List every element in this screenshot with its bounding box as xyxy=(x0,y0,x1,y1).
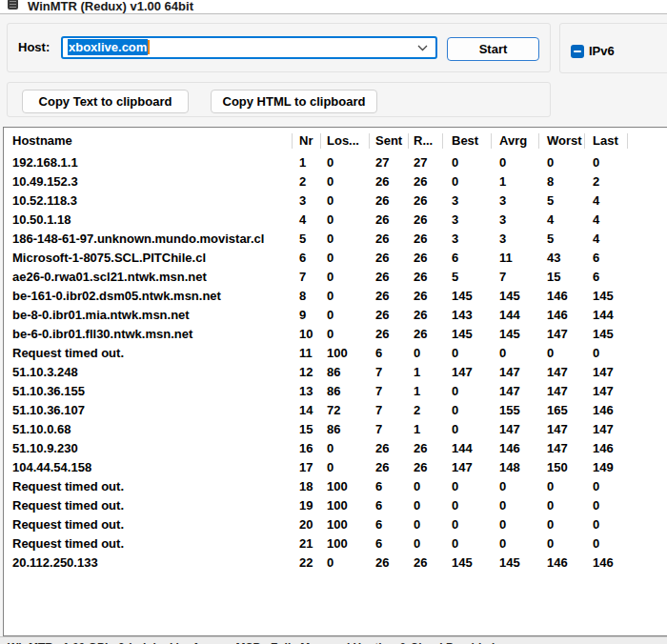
metric-cell: 0 xyxy=(452,534,458,553)
hostname-cell: 20.112.250.133 xyxy=(12,553,98,573)
metric-cell: 13 xyxy=(299,382,313,401)
metric-cell: 3 xyxy=(452,211,458,230)
table-row[interactable]: Request timed out.20100600000 xyxy=(4,515,667,534)
chevron-down-icon[interactable] xyxy=(417,45,428,51)
column-header-best[interactable]: Best xyxy=(452,128,478,153)
column-header-last[interactable]: Last xyxy=(593,128,618,153)
hostname-cell: be-8-0.ibr01.mia.ntwk.msn.net xyxy=(12,306,190,325)
table-row[interactable]: Microsoft-1-8075.SCL.PITChile.cl60262661… xyxy=(4,249,667,268)
metric-cell: 147 xyxy=(593,420,614,439)
column-header-hostname[interactable]: Hostname xyxy=(12,128,72,153)
copy-text-button[interactable]: Copy Text to clipboard xyxy=(22,90,189,113)
metric-cell: 3 xyxy=(499,191,506,211)
column-header-los[interactable]: Los... xyxy=(327,128,359,153)
copy-html-button[interactable]: Copy HTML to clipboard xyxy=(211,90,377,113)
table-row[interactable]: 51.10.36.1551386710147147147 xyxy=(4,382,667,401)
metric-cell: 0 xyxy=(593,515,599,534)
metric-cell: 0 xyxy=(327,268,334,287)
table-row[interactable]: 51.10.0.681586710147147147 xyxy=(4,420,667,439)
column-header-nr[interactable]: Nr xyxy=(299,128,313,153)
metric-cell: 0 xyxy=(327,191,334,211)
metric-cell: 100 xyxy=(327,515,348,534)
metric-cell: 147 xyxy=(547,325,568,344)
metric-cell: 6 xyxy=(299,249,306,268)
table-row[interactable]: 10.52.118.33026263354 xyxy=(4,191,667,211)
table-row[interactable]: Request timed out.18100600000 xyxy=(4,477,667,496)
table-row[interactable]: 10.50.1.184026263344 xyxy=(4,211,667,230)
metric-cell: 0 xyxy=(499,515,506,534)
metric-cell: 0 xyxy=(327,172,334,191)
table-row[interactable]: ae26-0.rwa01.scl21.ntwk.msn.net702626571… xyxy=(4,268,667,287)
column-header-avrg[interactable]: Avrg xyxy=(499,128,527,153)
metric-cell: 0 xyxy=(452,420,458,439)
metric-cell: 4 xyxy=(593,211,599,230)
metric-cell: 0 xyxy=(499,344,506,363)
metric-cell: 147 xyxy=(452,458,473,477)
metric-cell: 144 xyxy=(452,439,473,458)
metric-cell: 26 xyxy=(414,268,427,287)
metric-cell: 100 xyxy=(327,344,348,363)
metric-cell: 146 xyxy=(547,287,568,306)
metric-cell: 27 xyxy=(375,153,389,172)
metric-cell: 100 xyxy=(327,477,348,496)
table-row[interactable]: 51.10.36.1071472720155165146 xyxy=(4,401,667,420)
metric-cell: 26 xyxy=(375,287,389,306)
ipv6-label[interactable]: IPv6 xyxy=(589,44,615,58)
table-row[interactable]: 192.168.1.11027270000 xyxy=(4,153,667,172)
table-row[interactable]: 10.49.152.32026260182 xyxy=(4,172,667,191)
metric-cell: 26 xyxy=(375,230,389,249)
metric-cell: 0 xyxy=(593,496,599,515)
hostname-cell: 51.10.9.230 xyxy=(12,439,78,458)
table-row[interactable]: 51.10.9.2301602626144146147146 xyxy=(4,439,667,458)
app-icon[interactable] xyxy=(8,0,18,10)
metric-cell: 26 xyxy=(375,458,389,477)
column-header-r[interactable]: R... xyxy=(414,128,433,153)
table-row[interactable]: be-6-0.ibr01.fll30.ntwk.msn.net100262614… xyxy=(4,325,667,344)
metric-cell: 0 xyxy=(327,249,334,268)
metric-cell: 7 xyxy=(375,382,382,401)
metric-cell: 0 xyxy=(499,477,506,496)
metric-cell: 147 xyxy=(547,420,568,439)
metric-cell: 1 xyxy=(414,382,420,401)
column-header-worst[interactable]: Worst xyxy=(547,128,582,153)
table-row[interactable]: 186-148-61-97.unknown.mundo.movistar.cl5… xyxy=(4,230,667,249)
column-separator xyxy=(292,133,293,149)
host-label: Host: xyxy=(18,24,50,71)
table-row[interactable]: 51.10.3.248128671147147147147 xyxy=(4,363,667,382)
metric-cell: 86 xyxy=(327,363,340,382)
hostname-cell: Request timed out. xyxy=(12,496,124,515)
metric-cell: 145 xyxy=(452,325,473,344)
start-button[interactable]: Start xyxy=(447,37,539,61)
table-row[interactable]: be-8-0.ibr01.mia.ntwk.msn.net90262614314… xyxy=(4,306,667,325)
host-groupbox: Host: xboxlive.com Start xyxy=(7,23,551,72)
table-row[interactable]: 20.112.250.1332202626145145146146 xyxy=(4,553,667,573)
table-row[interactable]: Request timed out.21100600000 xyxy=(4,534,667,553)
metric-cell: 86 xyxy=(327,420,340,439)
metric-cell: 72 xyxy=(327,401,340,420)
metric-cell: 147 xyxy=(499,420,520,439)
table-row[interactable]: 104.44.54.1581702626147148150149 xyxy=(4,458,667,477)
metric-cell: 0 xyxy=(452,496,458,515)
metric-cell: 147 xyxy=(593,363,614,382)
metric-cell: 6 xyxy=(375,534,382,553)
metric-cell: 17 xyxy=(299,458,313,477)
host-combobox[interactable]: xboxlive.com xyxy=(61,36,437,59)
metric-cell: 0 xyxy=(593,477,599,496)
metric-cell: 3 xyxy=(452,230,458,249)
metric-cell: 3 xyxy=(499,211,506,230)
metric-cell: 26 xyxy=(414,553,427,573)
ipv6-checkbox[interactable] xyxy=(571,45,584,58)
metric-cell: 0 xyxy=(593,153,599,172)
metric-cell: 27 xyxy=(414,153,427,172)
metric-cell: 6 xyxy=(375,344,382,363)
table-row[interactable]: be-161-0.ibr02.dsm05.ntwk.msn.net8026261… xyxy=(4,287,667,306)
metric-cell: 0 xyxy=(593,534,599,553)
column-header-sent[interactable]: Sent xyxy=(375,128,402,153)
metric-cell: 146 xyxy=(593,439,614,458)
metric-cell: 0 xyxy=(499,496,506,515)
metric-cell: 5 xyxy=(547,230,554,249)
table-row[interactable]: Request timed out.11100600000 xyxy=(4,344,667,363)
table-row[interactable]: Request timed out.19100600000 xyxy=(4,496,667,515)
metric-cell: 5 xyxy=(299,230,306,249)
hostname-cell: 10.50.1.18 xyxy=(12,211,71,230)
